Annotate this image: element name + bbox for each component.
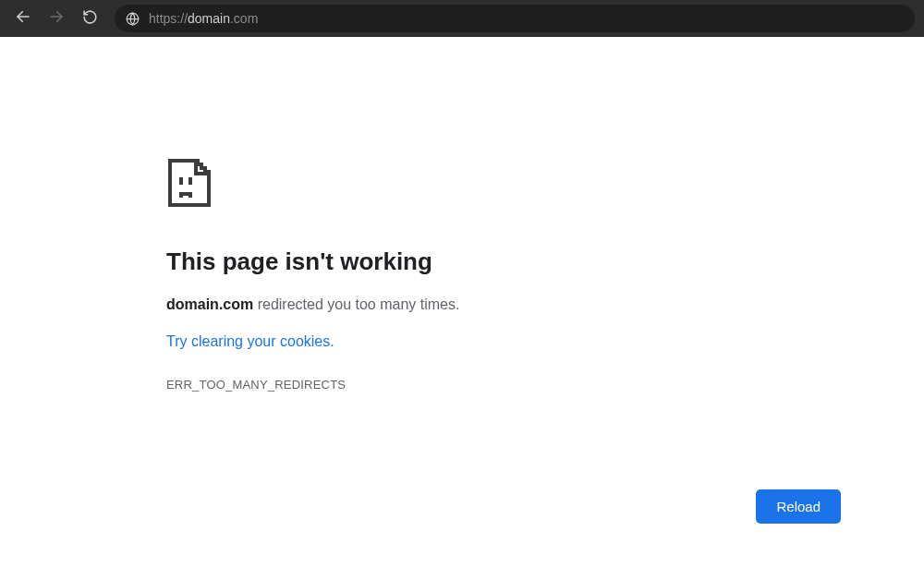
- url-tld: .com: [230, 11, 258, 26]
- error-page: This page isn't working domain.com redir…: [0, 37, 924, 567]
- error-code: ERR_TOO_MANY_REDIRECTS: [166, 378, 924, 392]
- back-button[interactable]: [9, 5, 37, 32]
- svg-rect-4: [179, 177, 183, 185]
- arrow-left-icon: [15, 8, 31, 29]
- reload-button[interactable]: Reload: [756, 489, 841, 524]
- reload-icon: [82, 9, 98, 29]
- error-message-text: redirected you too many times.: [253, 296, 459, 312]
- browser-toolbar: https://domain.com: [0, 0, 924, 37]
- forward-button[interactable]: [43, 5, 70, 32]
- arrow-right-icon: [48, 8, 65, 29]
- sad-page-icon: [166, 157, 924, 212]
- error-heading: This page isn't working: [166, 247, 924, 276]
- url-scheme: https://: [149, 11, 188, 26]
- error-message-domain: domain.com: [166, 296, 253, 312]
- url-host: domain: [188, 11, 230, 26]
- url-text: https://domain.com: [149, 11, 258, 26]
- svg-rect-6: [179, 192, 192, 196]
- error-message: domain.com redirected you too many times…: [166, 296, 924, 313]
- globe-icon: [126, 12, 140, 26]
- address-bar[interactable]: https://domain.com: [115, 5, 915, 32]
- svg-rect-7: [179, 196, 183, 198]
- reload-nav-button[interactable]: [76, 5, 103, 32]
- clear-cookies-link[interactable]: Try clearing your cookies.: [166, 333, 334, 350]
- svg-rect-8: [188, 196, 192, 198]
- svg-rect-5: [188, 177, 192, 185]
